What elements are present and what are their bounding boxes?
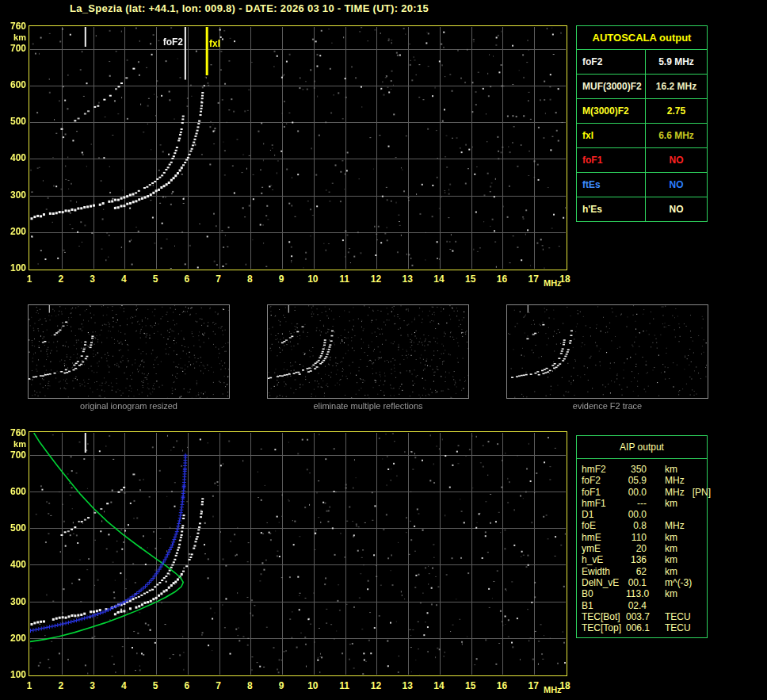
ionogram-plot-profile [29,431,567,676]
parameter-name: h'Es [577,197,646,221]
x-tick-label: 17 [523,273,544,285]
y-tick-label: 600 [2,486,26,497]
aip-value: 62 [626,566,647,577]
x-tick-label: 7 [208,273,229,285]
station-title: La_Spezia (lat: +44.1, lon: 009.8) - DAT… [70,2,429,14]
parameter-name: ftEs [577,173,646,197]
aip-unit: MHz [665,475,685,486]
aip-row: TEC[Top]006.1TECU [582,622,707,633]
aip-value: 00.0 [626,509,647,520]
thumbnail-original-ionogram [28,304,230,399]
aip-row: foF205.9MHz [582,475,707,486]
aip-label: TEC[Top] [582,622,626,633]
y-tick-label: 400 [2,559,26,570]
x-tick-label: 14 [429,273,449,285]
y-tick-label: 760 [2,21,26,32]
aip-label: foE [582,520,626,531]
fxI-marker-label: fxI [209,38,220,49]
x-tick-label: 2 [51,680,71,691]
aip-value: --- [626,498,647,509]
parameter-value: 2.75 [646,99,707,123]
parameter-value: NO [646,173,707,197]
aip-value: 006.1 [626,622,647,633]
aip-unit: km [665,566,677,577]
aip-row: TEC[Bot]003.7TECU [582,611,707,622]
x-tick-label: 10 [303,273,323,285]
thumbnail-evidence-f2 [506,304,708,399]
aip-unit: km [665,532,677,543]
parameter-name: fxI [577,124,646,147]
aip-label: ymE [582,543,626,554]
aip-table-rows: hmF2350kmfoF205.9MHzfoF100.0MHz[PN]hmF1-… [577,459,707,637]
aip-unit: km [665,554,677,565]
aip-label: hmF2 [582,464,626,475]
ionogram-canvas-main [30,27,566,269]
thumbnail-caption: original ionogram resized [28,401,230,411]
aip-unit: MHz [665,520,685,531]
aip-row: B102.4 [582,600,707,611]
aip-label: Ewidth [582,566,626,577]
aip-label: hmF1 [582,498,626,509]
x-tick-label: 6 [177,680,197,691]
autoscala-row: foF1NO [577,147,707,172]
x-tick-label: 3 [82,680,103,691]
thumbnail-caption: evidence F2 trace [506,401,708,411]
parameter-value: 6.6 MHz [646,124,707,147]
aip-value: 20 [626,543,647,554]
y-tick-label: 100 [2,669,26,680]
aip-label: D1 [582,509,626,520]
aip-label: foF2 [582,475,626,486]
aip-label: h_vE [582,554,626,565]
parameter-value: 16.2 MHz [646,75,707,98]
x-tick-label: 16 [491,273,512,285]
x-axis-unit-label: MHz [544,685,562,694]
x-tick-label: 1 [19,273,40,285]
parameter-name: foF1 [577,148,646,172]
aip-value: 110 [626,532,647,543]
aip-label: foF1 [582,487,626,498]
aip-value: 05.9 [626,475,647,486]
aip-value: 113.0 [626,588,647,599]
aip-value: 02.4 [626,600,647,611]
aip-unit: km [665,543,677,554]
thumbnail-canvas [268,305,468,398]
parameter-value: NO [646,197,707,221]
aip-row: h_vE136km [582,554,707,565]
aip-label: hmE [582,532,626,543]
parameter-value: NO [646,148,707,172]
y-axis-unit-label: km [2,33,26,42]
y-tick-label: 700 [2,43,26,54]
x-tick-label: 12 [365,680,386,691]
x-tick-label: 13 [397,680,418,691]
aip-row: ymE20km [582,543,707,554]
aip-value: 00.1 [626,577,647,588]
aip-row: hmF1---km [582,498,707,509]
aip-row: hmF2350km [582,464,707,475]
aip-row: Ewidth62km [582,566,707,577]
y-tick-label: 200 [2,633,26,644]
y-tick-label: 500 [2,522,26,534]
thumbnail-eliminate-reflections [267,304,469,399]
x-tick-label: 11 [334,273,355,285]
autoscala-output-table: AUTOSCALA output foF25.9 MHzMUF(3000)F21… [576,25,708,222]
y-axis-unit-label: km [2,439,26,449]
x-tick-label: 3 [82,273,103,285]
thumbnail-caption: eliminate multiple reflections [267,401,469,411]
aip-row: DelN_vE00.1m^(-3) [582,577,707,588]
aip-unit: TECU [665,622,691,633]
x-tick-label: 6 [177,273,197,285]
aip-label: TEC[Bot] [582,611,626,622]
x-axis-unit-label: MHz [544,278,562,288]
aip-unit: km [665,498,677,509]
aip-label: B0 [582,588,626,599]
aip-output-table: AIP output hmF2350kmfoF205.9MHzfoF100.0M… [576,435,708,638]
parameter-value: 5.9 MHz [646,50,707,74]
autoscala-row: h'EsNO [577,197,707,221]
aip-unit: m^(-3) [665,577,692,588]
y-tick-label: 300 [2,596,26,607]
autoscala-window: La_Spezia (lat: +44.1, lon: 009.8) - DAT… [0,0,767,700]
aip-label: B1 [582,600,626,611]
x-tick-label: 9 [271,273,292,285]
y-tick-label: 760 [2,427,26,438]
x-tick-label: 9 [271,680,292,691]
